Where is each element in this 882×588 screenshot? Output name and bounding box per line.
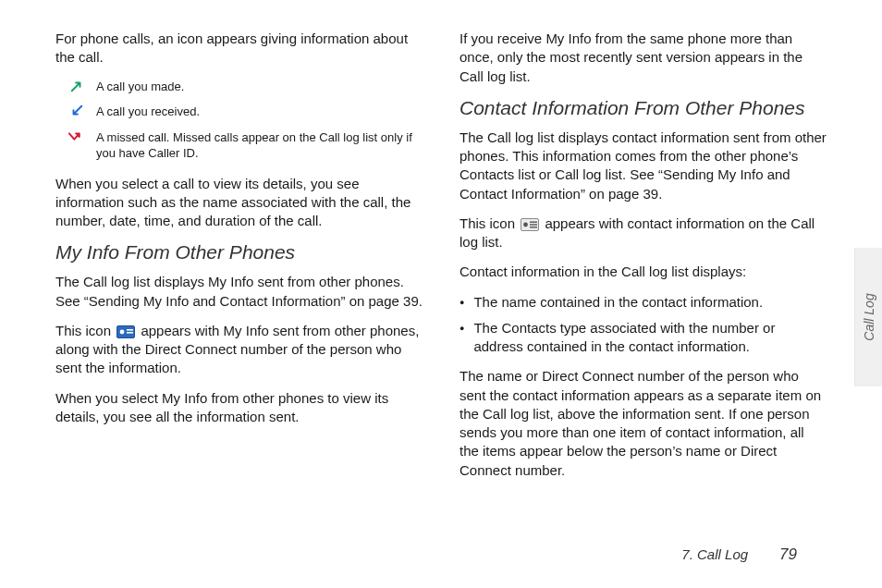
right-top-paragraph: If you receive My Info from the same pho… bbox=[459, 30, 827, 86]
contact-list-icon bbox=[521, 218, 539, 231]
legend-row-incoming: A call you received. bbox=[68, 104, 423, 120]
call-icon-legend: A call you made. A call you received. A … bbox=[68, 79, 423, 162]
legend-label: A call you received. bbox=[96, 104, 423, 120]
svg-point-1 bbox=[120, 330, 125, 335]
page-footer: 7. Call Log 79 bbox=[681, 545, 797, 564]
footer-page-number: 79 bbox=[779, 545, 797, 564]
heading-my-info: My Info From Other Phones bbox=[55, 241, 423, 263]
missed-call-icon bbox=[68, 130, 85, 143]
ci-icon-paragraph: This icon appears with contact informati… bbox=[459, 214, 827, 252]
right-column: If you receive My Info from the same pho… bbox=[459, 30, 827, 491]
heading-contact-info: Contact Information From Other Phones bbox=[459, 97, 827, 119]
page-body: For phone calls, an icon appears giving … bbox=[0, 0, 882, 491]
ci-bullet-list: The name contained in the contact inform… bbox=[459, 293, 827, 357]
my-info-p3: When you select My Info from other phone… bbox=[55, 389, 423, 427]
legend-row-outgoing: A call you made. bbox=[68, 79, 423, 95]
bullet-item: The Contacts type associated with the nu… bbox=[459, 319, 827, 357]
svg-point-5 bbox=[523, 222, 528, 227]
my-info-icon-paragraph: This icon appears with My Info sent from… bbox=[55, 322, 423, 378]
my-info-icon-pre: This icon bbox=[55, 323, 115, 338]
side-tab: Call Log bbox=[854, 248, 882, 386]
svg-rect-3 bbox=[127, 332, 133, 334]
footer-chapter: 7. Call Log bbox=[681, 546, 748, 562]
my-info-card-icon bbox=[116, 325, 135, 338]
ci-p4: The name or Direct Connect number of the… bbox=[459, 367, 827, 480]
legend-row-missed: A missed call. Missed calls appear on th… bbox=[68, 129, 423, 162]
select-detail-paragraph: When you select a call to view its detai… bbox=[55, 175, 423, 231]
ci-p3: Contact information in the Call log list… bbox=[459, 263, 827, 281]
my-info-p1: The Call log list displays My Info sent … bbox=[55, 273, 423, 311]
outgoing-call-icon bbox=[68, 80, 85, 92]
svg-rect-8 bbox=[530, 227, 537, 227]
ci-p1: The Call log list displays contact infor… bbox=[459, 129, 827, 203]
intro-paragraph: For phone calls, an icon appears giving … bbox=[55, 30, 423, 67]
legend-label: A missed call. Missed calls appear on th… bbox=[96, 129, 423, 162]
left-column: For phone calls, an icon appears giving … bbox=[55, 30, 423, 491]
side-tab-label: Call Log bbox=[862, 293, 876, 340]
svg-rect-6 bbox=[530, 221, 537, 222]
bullet-item: The name contained in the contact inform… bbox=[459, 293, 827, 312]
svg-rect-2 bbox=[127, 329, 133, 331]
svg-rect-7 bbox=[530, 224, 537, 225]
ci-icon-pre: This icon bbox=[459, 215, 519, 231]
legend-label: A call you made. bbox=[96, 79, 423, 95]
incoming-call-icon bbox=[68, 104, 85, 117]
